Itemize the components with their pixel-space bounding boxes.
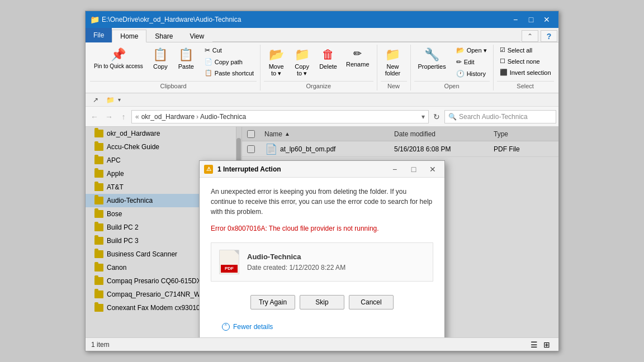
large-icons-view-btn[interactable]: ⊞: [541, 339, 553, 350]
edit-icon: ✏: [456, 58, 462, 66]
history-button[interactable]: 🕐 History: [453, 68, 490, 79]
help-btn[interactable]: ?: [541, 30, 557, 42]
edit-button[interactable]: ✏ Edit: [453, 56, 490, 68]
new-folder-button[interactable]: 📁 Newfolder: [381, 45, 405, 79]
view-toggles: ☰ ⊞: [528, 339, 553, 350]
delete-icon: 🗑: [322, 47, 334, 62]
quick-access-bar: ↗ 📁 ▾: [86, 93, 558, 107]
search-icon: 🔍: [448, 113, 457, 121]
dialog-close-btn[interactable]: ✕: [425, 164, 440, 175]
invert-selection-button[interactable]: ⬛ Invert selection: [497, 67, 554, 78]
select-none-button[interactable]: ☐ Select none: [497, 56, 554, 66]
new-group: 📁 Newfolder New: [377, 45, 411, 90]
forward-button[interactable]: →: [102, 110, 116, 123]
refresh-button[interactable]: ↻: [430, 110, 443, 123]
skip-button[interactable]: Skip: [300, 295, 344, 309]
qa-back-btn[interactable]: ↗: [89, 93, 102, 107]
paste-shortcut-icon: 📋: [205, 69, 212, 77]
back-button[interactable]: ←: [88, 110, 101, 123]
rename-icon: ✏: [353, 47, 362, 60]
interrupted-action-dialog: ⚠ 1 Interrupted Action − □ ✕ An unexpect…: [199, 160, 445, 337]
dialog-minimize-btn[interactable]: −: [387, 164, 402, 175]
window-title: E:\OneDrive\okr_od_Hardware\Audio-Techni…: [102, 16, 508, 23]
new-folder-icon: 📁: [385, 47, 400, 62]
fewer-details-label: Fewer details: [233, 322, 273, 332]
maximize-button[interactable]: □: [524, 14, 538, 25]
select-none-icon: ☐: [500, 58, 505, 65]
pin-icon: 📌: [111, 47, 126, 62]
minimize-button[interactable]: −: [508, 14, 523, 25]
open-group: 🔧 Properties 📂 Open ▾ ✏ Edit: [411, 45, 494, 90]
copy-path-button[interactable]: 📄 Copy path: [202, 56, 257, 67]
copy-to-icon: 📁: [295, 47, 310, 62]
close-button[interactable]: ✕: [539, 14, 554, 25]
cut-button[interactable]: ✂ Cut: [202, 45, 257, 56]
pin-to-quick-access-button[interactable]: 📌 Pin to Quick access: [90, 45, 147, 73]
paste-shortcut-button[interactable]: 📋 Paste shortcut: [202, 68, 257, 78]
dialog-file-info: PDF Audio-Technica Date created: 1/12/20…: [211, 242, 433, 282]
new-items: 📁 Newfolder: [381, 45, 407, 80]
clipboard-small-col: ✂ Cut 📄 Copy path 📋 Paste shortcut: [202, 45, 257, 78]
dialog-maximize-btn[interactable]: □: [406, 164, 421, 175]
fewer-details-toggle[interactable]: ⌃ Fewer details: [211, 318, 433, 337]
dialog-file-details: Audio-Technica Date created: 1/12/2020 8…: [247, 251, 345, 273]
dialog-file-name: Audio-Technica: [247, 251, 345, 263]
crumb-audio-technica: Audio-Technica: [200, 113, 246, 121]
copy-to-button[interactable]: 📁 Copyto ▾: [290, 45, 314, 80]
open-button[interactable]: 📂 Open ▾: [453, 45, 490, 56]
paste-button[interactable]: 📋 Paste: [174, 45, 198, 73]
dialog-body: An unexpected error is keeping you from …: [200, 178, 444, 337]
properties-icon: 🔧: [424, 47, 439, 62]
move-to-button[interactable]: 📂 Moveto ▾: [264, 45, 288, 80]
nav-bar: ← → ↑ « okr_od_Hardware › Audio-Technica…: [86, 107, 558, 127]
status-item-count: 1 item: [91, 341, 110, 349]
address-dropdown-icon[interactable]: ▾: [422, 113, 425, 121]
chevron-up-icon: ⌃: [222, 323, 230, 331]
pdf-badge: PDF: [221, 265, 238, 273]
try-again-button[interactable]: Try Again: [250, 295, 295, 309]
open-icon: 📂: [456, 46, 465, 54]
select-small-col: ☑ Select all ☐ Select none ⬛ Invert sele…: [497, 45, 554, 78]
history-icon: 🕐: [456, 70, 465, 78]
address-bar[interactable]: « okr_od_Hardware › Audio-Technica ▾: [131, 110, 429, 123]
delete-button[interactable]: 🗑 Delete: [315, 45, 341, 73]
tab-view[interactable]: View: [181, 30, 212, 42]
copy-icon: 📋: [153, 47, 168, 62]
copy-button[interactable]: 📋 Copy: [148, 45, 173, 73]
title-bar: 📁 E:\OneDrive\okr_od_Hardware\Audio-Tech…: [86, 11, 558, 28]
up-button[interactable]: ↑: [117, 110, 130, 123]
clipboard-items: 📌 Pin to Quick access 📋 Copy 📋 Paste: [90, 45, 257, 80]
dialog-body-text: An unexpected error is keeping you from …: [211, 187, 433, 217]
qa-dropdown[interactable]: ▾: [118, 97, 121, 103]
search-placeholder: Search Audio-Technica: [459, 113, 528, 121]
organize-label: Organize: [264, 81, 373, 90]
dialog-file-icon-body: PDF: [219, 250, 239, 274]
file-explorer-window: 📁 E:\OneDrive\okr_od_Hardware\Audio-Tech…: [85, 11, 559, 351]
dialog-title: 1 Interrupted Action: [217, 165, 383, 173]
crumb-hardware: okr_od_Hardware: [141, 113, 195, 121]
dialog-title-bar: ⚠ 1 Interrupted Action − □ ✕: [200, 161, 444, 178]
new-label: New: [381, 81, 407, 90]
open-small-col: 📂 Open ▾ ✏ Edit 🕐 History: [453, 45, 490, 79]
rename-button[interactable]: ✏ Rename: [342, 45, 373, 70]
tab-share[interactable]: Share: [146, 30, 181, 42]
details-view-btn[interactable]: ☰: [528, 339, 540, 350]
clipboard-label: Clipboard: [90, 81, 257, 90]
properties-button[interactable]: 🔧 Properties: [414, 45, 450, 73]
search-box[interactable]: 🔍 Search Audio-Technica: [444, 110, 556, 123]
organize-group: 📂 Moveto ▾ 📁 Copyto ▾ 🗑 Delete ✏ Rename: [261, 45, 377, 90]
tab-home[interactable]: Home: [112, 30, 146, 42]
copy-path-icon: 📄: [205, 58, 212, 65]
tab-file[interactable]: File: [86, 28, 112, 42]
status-bar: 1 item ☰ ⊞: [86, 337, 558, 351]
ribbon-tabs: File Home Share View ⌃ ?: [86, 28, 558, 42]
ribbon-minimize-btn[interactable]: ⌃: [522, 30, 538, 42]
dialog-error-detail: Error 0x8007016A: The cloud file provide…: [211, 223, 433, 234]
invert-selection-icon: ⬛: [500, 69, 508, 76]
window-icon: 📁: [90, 15, 100, 24]
main-content: okr_od_HardwareAccu-Chek GuideAPCAppleAT…: [86, 127, 558, 337]
dialog-buttons: Try Again Skip Cancel: [211, 290, 433, 318]
cancel-button[interactable]: Cancel: [349, 295, 394, 309]
qa-folder-btn[interactable]: 📁: [103, 93, 117, 107]
select-all-button[interactable]: ☑ Select all: [497, 45, 554, 55]
